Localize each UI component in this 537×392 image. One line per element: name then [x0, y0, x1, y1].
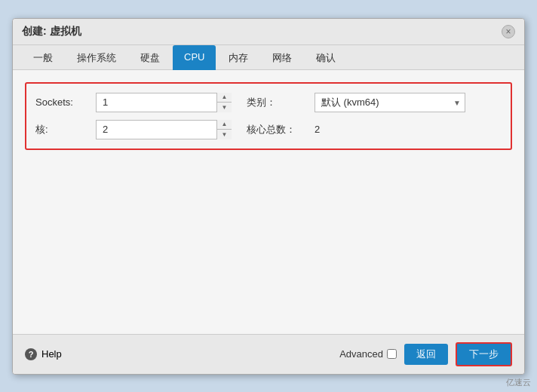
type-select-wrapper: 默认 (kvm64) ▼ — [315, 93, 465, 112]
tab-general[interactable]: 一般 — [22, 45, 64, 70]
dialog-footer: ? Help Advanced 返回 下一步 — [13, 334, 524, 374]
sockets-spinner: ▲ ▼ — [216, 93, 232, 112]
tab-confirm[interactable]: 确认 — [305, 45, 347, 70]
tab-network[interactable]: 网络 — [261, 45, 303, 70]
create-vm-dialog: 创建: 虚拟机 × 一般 操作系统 硬盘 CPU 内存 网络 确认 Socket… — [12, 18, 525, 375]
cores-up[interactable]: ▲ — [217, 120, 232, 130]
config-row-cores: 核: ▲ ▼ 核心总数： 2 — [35, 120, 502, 139]
total-cores-config: 核心总数： 2 — [247, 123, 502, 136]
dialog-body: Sockets: ▲ ▼ 类别： 默认 (kvm64) ▼ — [13, 70, 524, 334]
sockets-input-wrapper: ▲ ▼ — [96, 93, 232, 112]
advanced-checkbox[interactable] — [387, 349, 397, 359]
watermark: 亿速云 — [506, 377, 531, 388]
total-cores-value: 2 — [315, 124, 320, 135]
tab-cpu[interactable]: CPU — [173, 45, 216, 70]
sockets-label: Sockets: — [35, 96, 96, 108]
tab-os[interactable]: 操作系统 — [66, 45, 127, 70]
tab-disk[interactable]: 硬盘 — [129, 45, 171, 70]
cores-input[interactable] — [96, 120, 232, 139]
advanced-label: Advanced — [339, 348, 383, 360]
cores-label: 核: — [35, 123, 96, 136]
help-icon[interactable]: ? — [25, 348, 37, 360]
tab-memory[interactable]: 内存 — [217, 45, 259, 70]
total-cores-label: 核心总数： — [247, 123, 315, 136]
footer-left: ? Help — [25, 348, 62, 360]
dialog-titlebar: 创建: 虚拟机 × — [13, 19, 524, 45]
close-button[interactable]: × — [502, 25, 515, 38]
type-label: 类别： — [247, 96, 315, 109]
sockets-up[interactable]: ▲ — [217, 93, 232, 103]
sockets-input[interactable] — [96, 93, 232, 112]
config-row-sockets: Sockets: ▲ ▼ 类别： 默认 (kvm64) ▼ — [35, 93, 502, 112]
back-button[interactable]: 返回 — [404, 344, 448, 365]
dialog-title: 创建: 虚拟机 — [22, 25, 81, 38]
cpu-config-box: Sockets: ▲ ▼ 类别： 默认 (kvm64) ▼ — [25, 82, 512, 150]
advanced-wrapper: Advanced — [339, 348, 397, 360]
cores-input-wrapper: ▲ ▼ — [96, 120, 232, 139]
type-config: 类别： 默认 (kvm64) ▼ — [247, 93, 502, 112]
cores-spinner: ▲ ▼ — [216, 120, 232, 139]
cores-down[interactable]: ▼ — [217, 130, 232, 139]
type-select[interactable]: 默认 (kvm64) — [315, 93, 465, 112]
sockets-down[interactable]: ▼ — [217, 103, 232, 112]
tab-bar: 一般 操作系统 硬盘 CPU 内存 网络 确认 — [13, 45, 524, 70]
footer-right: Advanced 返回 下一步 — [339, 342, 512, 366]
help-label: Help — [41, 348, 62, 360]
next-button[interactable]: 下一步 — [456, 342, 512, 366]
